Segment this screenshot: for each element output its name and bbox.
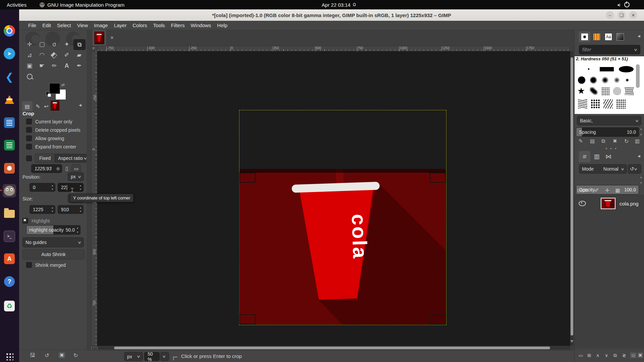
fixed-checkbox[interactable]: [26, 156, 32, 161]
delete-tool-preset-icon[interactable]: ✖: [59, 352, 65, 358]
launcher-item-libreoffice-calc[interactable]: [3, 138, 16, 152]
crop-region[interactable]: [239, 173, 446, 324]
close-button[interactable]: ✕: [629, 11, 637, 19]
menu-view[interactable]: View: [74, 21, 91, 29]
spacing-spinner[interactable]: [639, 127, 643, 136]
tool-bucket-fill[interactable]: ◧: [49, 50, 60, 60]
brush-thumbnail[interactable]: [626, 78, 629, 82]
duplicate-brush-icon[interactable]: ⧉: [601, 138, 605, 144]
new-brush-icon[interactable]: ▤: [590, 138, 595, 144]
swap-colors-icon[interactable]: ⇄: [61, 82, 65, 87]
checkbox[interactable]: [26, 144, 32, 149]
tool-fuzzy-select[interactable]: ✦: [61, 39, 72, 49]
duplicate-layer-icon[interactable]: ⧉: [613, 353, 617, 358]
guides-dropdown[interactable]: No guides: [22, 237, 84, 247]
new-layer-group-icon[interactable]: ⊞: [587, 353, 591, 358]
checkbox[interactable]: [26, 119, 32, 124]
spinner[interactable]: [50, 206, 54, 213]
lock-alpha-icon[interactable]: ▦: [615, 187, 620, 193]
menu-tools[interactable]: Tools: [150, 21, 168, 29]
tab-image-thumbnail[interactable]: [50, 101, 60, 111]
restore-button[interactable]: ❑: [618, 11, 626, 19]
option-highlight[interactable]: Highlight: [22, 218, 50, 224]
layer-row-cola[interactable]: cola.png: [575, 197, 644, 210]
brush-thumbnail[interactable]: [613, 76, 621, 84]
tool-airbrush[interactable]: ✏: [49, 61, 60, 71]
menu-file[interactable]: File: [25, 21, 39, 29]
tool-clone[interactable]: ▣: [24, 61, 35, 71]
tool-eraser[interactable]: ▰: [73, 50, 85, 60]
menu-filters[interactable]: Filters: [168, 21, 188, 29]
option-delete-cropped-pixels[interactable]: Delete cropped pixels: [26, 127, 80, 133]
launcher-item-libreoffice-impress[interactable]: [3, 162, 16, 175]
opacity-spinner[interactable]: [639, 176, 643, 184]
launcher-item-vlc[interactable]: [3, 93, 16, 106]
highlight-checkbox-checked[interactable]: [22, 218, 28, 224]
fixed-option-dropdown[interactable]: Aspect ratio: [55, 154, 90, 163]
launcher-item-help[interactable]: ?: [3, 275, 16, 288]
lower-layer-icon[interactable]: ∨: [605, 353, 608, 358]
edit-brush-icon[interactable]: ✎: [579, 138, 583, 144]
tool-free-select[interactable]: σ: [49, 39, 60, 49]
tab-brushes[interactable]: [579, 32, 590, 42]
brush-thumbnail[interactable]: [613, 87, 621, 95]
focused-app-menu[interactable]: GNU Image Manipulation Program: [40, 0, 124, 9]
tab-layers[interactable]: ≡: [579, 151, 590, 162]
tool-text[interactable]: A: [61, 61, 72, 71]
brush-grid[interactable]: ★: [575, 63, 644, 114]
lock-position-icon[interactable]: ✛: [605, 187, 609, 193]
dock-resize-grip[interactable]: ● ● ●: [605, 147, 618, 150]
launcher-item-vscode[interactable]: ❮: [3, 70, 16, 83]
crop-handle-top-right[interactable]: [430, 173, 446, 183]
raise-layer-icon[interactable]: ∧: [596, 353, 599, 358]
size-width-field[interactable]: 1225: [30, 205, 55, 214]
launcher-item-trash[interactable]: ♻: [3, 299, 16, 313]
tab-device-status[interactable]: ✎: [33, 101, 43, 111]
spinner[interactable]: [50, 184, 54, 191]
activities-button[interactable]: Activities: [7, 0, 26, 9]
navigation-corner-icon[interactable]: [173, 357, 177, 360]
highlight-opacity-slider[interactable]: Highlight opacity 50.0: [26, 225, 80, 235]
minimize-button[interactable]: –: [606, 11, 614, 19]
layer-mode-dropdown[interactable]: Mode Normal: [579, 164, 627, 174]
menu-help[interactable]: Help: [214, 21, 230, 29]
layers-menu-button[interactable]: ◀: [638, 154, 640, 158]
tab-menu-button[interactable]: ◀: [79, 103, 82, 107]
brush-thumbnail[interactable]: [600, 67, 614, 71]
layer-visibility-eye-icon[interactable]: [579, 201, 586, 206]
image-tab-close-button[interactable]: ✕: [109, 34, 115, 41]
image-tab[interactable]: [93, 30, 106, 46]
auto-shrink-button[interactable]: Auto Shrink: [22, 249, 85, 259]
menu-image[interactable]: Image: [91, 21, 111, 29]
position-x-field[interactable]: 0: [30, 183, 55, 192]
menu-layer[interactable]: Layer: [111, 21, 130, 29]
delete-brush-icon[interactable]: ✖: [613, 138, 617, 144]
fixed-button[interactable]: Fixed: [35, 154, 55, 163]
brush-thumbnail[interactable]: [601, 76, 609, 84]
menu-edit[interactable]: Edit: [39, 21, 54, 29]
tool-zoom[interactable]: [24, 71, 35, 81]
new-layer-icon[interactable]: ▭: [579, 353, 583, 358]
launcher-item-libreoffice-writer[interactable]: [3, 116, 16, 129]
menu-select[interactable]: Select: [54, 21, 74, 29]
zoom-level-field[interactable]: 50 %: [144, 352, 160, 361]
launcher-item-terminal[interactable]: >_: [3, 230, 16, 243]
brush-thumbnail[interactable]: [578, 76, 585, 84]
brush-thumbnail[interactable]: [588, 68, 589, 70]
reset-tool-preset-icon[interactable]: ↻: [73, 352, 78, 359]
brush-grid-scrollbar[interactable]: [636, 64, 640, 88]
clear-entry-icon[interactable]: ⊗: [56, 166, 60, 171]
crop-handle-bottom-right[interactable]: [430, 314, 446, 324]
brush-thumbnail[interactable]: [619, 66, 634, 72]
horizontal-ruler[interactable]: -750 -500 -250 0 250 500 750 1000 1250 1…: [97, 46, 570, 51]
brush-thumbnail[interactable]: [590, 87, 598, 95]
launcher-item-gimp-active[interactable]: [3, 184, 16, 197]
horizontal-scrollbar-thumb[interactable]: [114, 347, 550, 349]
option-expand-from-center[interactable]: Expand from center: [26, 144, 76, 149]
launcher-item-telegram[interactable]: ➤: [3, 47, 16, 60]
brush-thumbnail[interactable]: [616, 99, 626, 109]
spacing-slider[interactable]: Spacing 10.0: [576, 127, 639, 137]
brush-thumbnail[interactable]: [578, 99, 587, 109]
tab-fonts[interactable]: Aa: [603, 32, 614, 42]
tab-undo-history[interactable]: ↩: [42, 101, 51, 111]
